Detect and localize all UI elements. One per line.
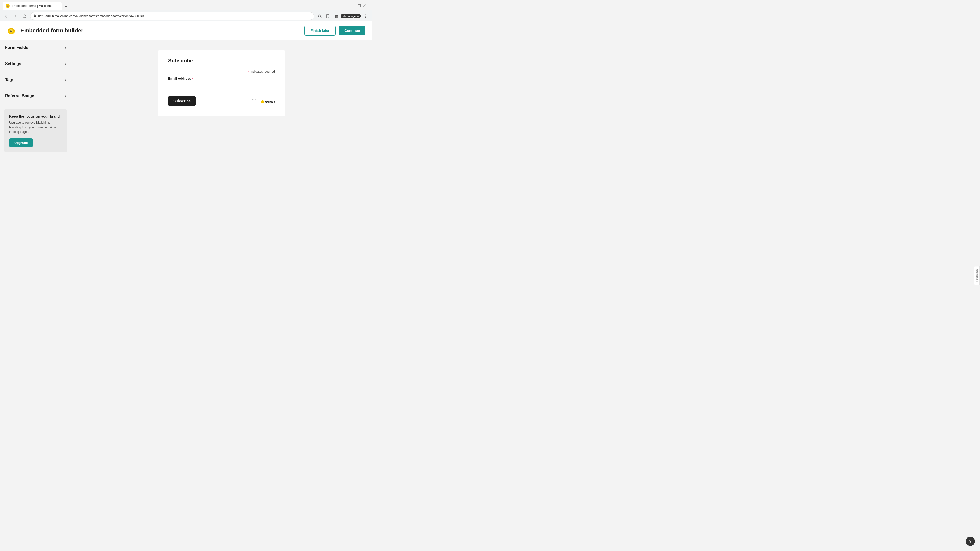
required-note-text: indicates required: [251, 70, 275, 73]
svg-point-24: [13, 29, 14, 32]
email-label: Email Address*: [168, 76, 275, 80]
svg-point-23: [8, 29, 10, 32]
sidebar-item-label-settings: Settings: [5, 62, 21, 66]
chevron-right-icon-referral-badge: ›: [65, 94, 66, 98]
search-icon[interactable]: [316, 13, 323, 20]
email-input[interactable]: [168, 82, 275, 91]
svg-text:intuit: intuit: [252, 98, 256, 101]
page-title: Embedded form builder: [21, 27, 83, 34]
svg-point-28: [262, 101, 262, 102]
tab-title: Embedded Forms | Mailchimp: [12, 4, 52, 8]
extensions-icon[interactable]: [332, 13, 340, 20]
required-asterisk: *: [248, 70, 249, 73]
form-fields-section: Form Fields ›: [0, 40, 71, 56]
svg-rect-12: [336, 16, 338, 17]
svg-point-22: [12, 30, 13, 30]
form-preview-title: Subscribe: [168, 58, 275, 64]
upgrade-box: Keep the focus on your brand Upgrade to …: [4, 109, 67, 152]
mailchimp-branding-logo: intuit mailchimp: [252, 97, 275, 105]
form-preview-card: Subscribe * indicates required Email Add…: [158, 50, 285, 116]
sidebar-item-label-tags: Tags: [5, 78, 14, 82]
svg-point-21: [10, 30, 11, 30]
sidebar: Form Fields › Settings › Tags › Referral…: [0, 40, 72, 210]
svg-point-15: [365, 16, 366, 16]
sidebar-item-referral-badge[interactable]: Referral Badge ›: [0, 88, 71, 104]
required-note: * indicates required: [168, 70, 275, 73]
browser-actions: Incognito: [316, 13, 369, 20]
bookmark-icon[interactable]: [325, 13, 331, 20]
tab-close-button[interactable]: ✕: [54, 4, 59, 8]
tags-section: Tags ›: [0, 72, 71, 88]
header-left: Embedded form builder: [6, 25, 83, 36]
back-button[interactable]: [3, 13, 10, 20]
browser-navigation-bar: us21.admin.mailchimp.com/audience/forms/…: [0, 10, 372, 21]
form-bottom-row: Subscribe intuit mailchimp: [168, 97, 275, 106]
svg-rect-9: [334, 14, 336, 16]
referral-badge-section: Referral Badge ›: [0, 88, 71, 104]
svg-point-29: [263, 101, 263, 102]
subscribe-button[interactable]: Subscribe: [168, 97, 196, 106]
new-tab-button[interactable]: +: [62, 3, 70, 10]
svg-rect-2: [353, 6, 355, 6]
window-maximize-button[interactable]: [357, 4, 361, 8]
svg-point-7: [318, 14, 321, 17]
svg-rect-11: [334, 16, 336, 17]
svg-text:🐒: 🐒: [6, 5, 9, 7]
forward-button[interactable]: [12, 13, 19, 20]
sidebar-item-label-referral-badge: Referral Badge: [5, 94, 34, 98]
menu-icon[interactable]: [362, 13, 369, 20]
reload-button[interactable]: [21, 13, 28, 20]
svg-point-27: [261, 100, 264, 103]
svg-line-8: [321, 17, 321, 17]
header-actions: Finish later Continue: [304, 25, 366, 36]
mailchimp-branding: intuit mailchimp: [252, 97, 275, 105]
svg-rect-6: [34, 16, 36, 17]
address-bar[interactable]: us21.admin.mailchimp.com/audience/forms/…: [30, 12, 314, 20]
app-header: Embedded form builder Finish later Conti…: [0, 21, 372, 40]
svg-text:mailchimp: mailchimp: [265, 100, 275, 103]
svg-point-16: [365, 17, 366, 17]
sidebar-item-tags[interactable]: Tags ›: [0, 72, 71, 88]
upgrade-box-description: Upgrade to remove Mailchimp branding fro…: [9, 121, 62, 134]
continue-button[interactable]: Continue: [339, 26, 366, 35]
tab-favicon: 🐒: [6, 4, 10, 8]
chevron-right-icon-settings: ›: [65, 62, 66, 66]
svg-rect-3: [358, 5, 361, 7]
chevron-right-icon-tags: ›: [65, 78, 66, 82]
url-text: us21.admin.mailchimp.com/audience/forms/…: [38, 14, 311, 18]
finish-later-button[interactable]: Finish later: [304, 25, 336, 36]
mailchimp-logo-icon: [6, 25, 16, 36]
lock-icon: [33, 14, 37, 18]
active-browser-tab[interactable]: 🐒 Embedded Forms | Mailchimp ✕: [3, 2, 62, 10]
incognito-label: Incognito: [347, 14, 359, 17]
chevron-right-icon-form-fields: ›: [65, 46, 66, 50]
svg-rect-10: [336, 14, 338, 16]
settings-section: Settings ›: [0, 56, 71, 72]
incognito-badge: Incognito: [341, 14, 361, 18]
sidebar-item-form-fields[interactable]: Form Fields ›: [0, 40, 71, 56]
window-minimize-button[interactable]: [352, 4, 356, 8]
email-label-text: Email Address: [168, 76, 191, 80]
upgrade-box-title: Keep the focus on your brand: [9, 114, 62, 118]
svg-point-14: [365, 14, 366, 15]
sidebar-item-settings[interactable]: Settings ›: [0, 56, 71, 72]
browser-chrome: 🐒 Embedded Forms | Mailchimp ✕ +: [0, 0, 372, 21]
svg-point-20: [10, 29, 13, 33]
main-layout: Form Fields › Settings › Tags › Referral…: [0, 40, 372, 210]
email-required-asterisk: *: [192, 76, 193, 80]
upgrade-button[interactable]: Upgrade: [9, 138, 33, 147]
window-close-button[interactable]: [363, 4, 366, 8]
sidebar-item-label-form-fields: Form Fields: [5, 45, 28, 50]
content-area: Subscribe * indicates required Email Add…: [72, 40, 372, 210]
